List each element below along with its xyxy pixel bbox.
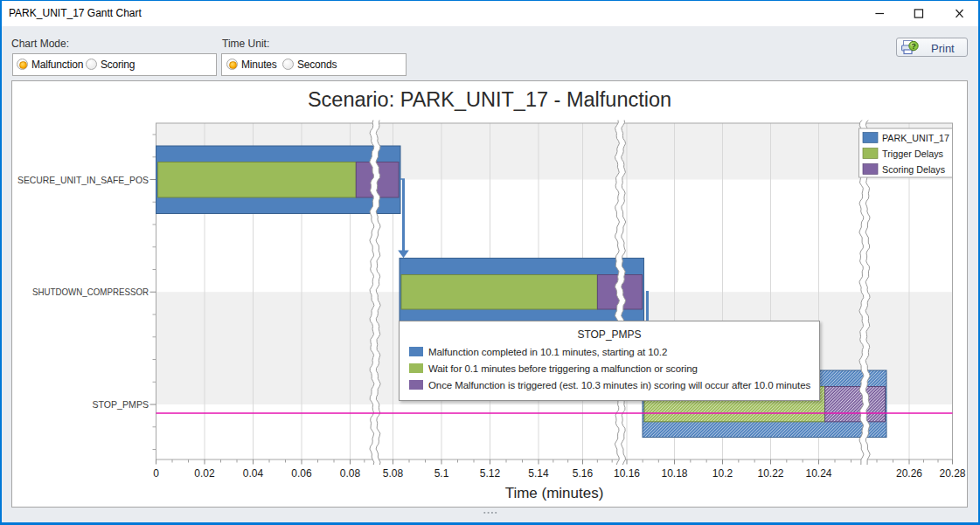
svg-text:5.08: 5.08 — [383, 467, 404, 480]
svg-text:SECURE_UNIT_IN_SAFE_POS: SECURE_UNIT_IN_SAFE_POS — [17, 175, 149, 185]
svg-text:SHUTDOWN_COMPRESSOR: SHUTDOWN_COMPRESSOR — [32, 287, 149, 297]
svg-text:10.18: 10.18 — [661, 467, 687, 480]
svg-text:STOP_PMPS: STOP_PMPS — [93, 399, 149, 410]
svg-text:5.14: 5.14 — [528, 467, 549, 480]
svg-text:10.2: 10.2 — [712, 467, 733, 480]
svg-text:0.06: 0.06 — [291, 467, 312, 480]
svg-text:Scoring Delays: Scoring Delays — [882, 164, 945, 175]
svg-text:PARK_UNIT_17: PARK_UNIT_17 — [882, 133, 949, 143]
svg-text:5.12: 5.12 — [480, 467, 501, 480]
svg-text:Trigger Delays: Trigger Delays — [882, 149, 943, 159]
svg-text:Scenario: PARK_UNIT_17 - Malfu: Scenario: PARK_UNIT_17 - Malfunction — [308, 88, 671, 111]
svg-text:20.28: 20.28 — [939, 467, 965, 480]
svg-text:0: 0 — [153, 467, 159, 480]
svg-text:10.16: 10.16 — [614, 467, 640, 480]
svg-text:5.1: 5.1 — [434, 467, 449, 480]
svg-text:0.04: 0.04 — [243, 467, 264, 480]
svg-text:0.08: 0.08 — [340, 467, 361, 480]
svg-text:10.22: 10.22 — [757, 467, 783, 480]
svg-text:10.24: 10.24 — [805, 467, 831, 480]
svg-text:Time (minutes): Time (minutes) — [505, 485, 604, 501]
svg-text:0.02: 0.02 — [194, 467, 215, 480]
svg-text:5.16: 5.16 — [573, 467, 594, 480]
svg-text:20.26: 20.26 — [896, 467, 922, 480]
